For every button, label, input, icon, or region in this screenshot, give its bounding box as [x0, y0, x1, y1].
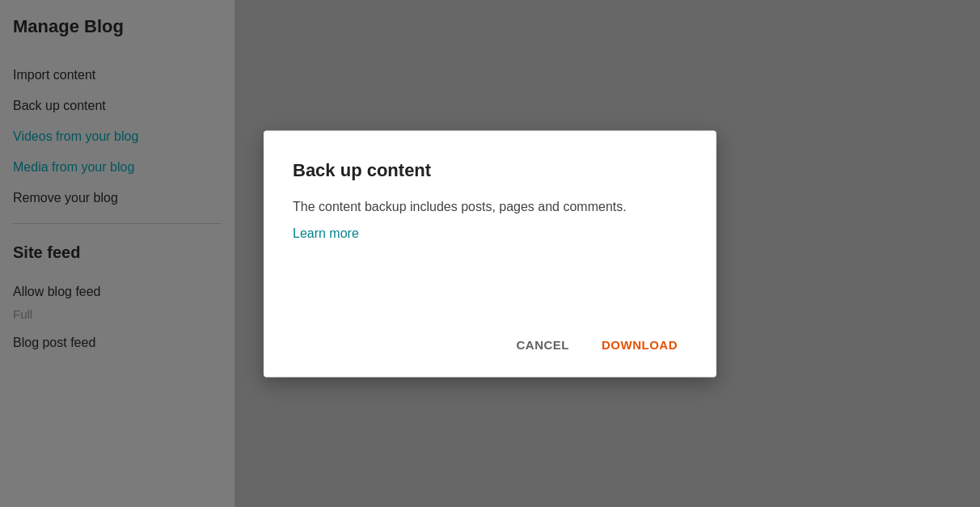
dialog-backup-content: Back up content The content backup inclu…	[264, 130, 716, 377]
dialog-body-text: The content backup includes posts, pages…	[293, 196, 687, 216]
learn-more-link[interactable]: Learn more	[293, 226, 687, 240]
dialog-actions: CANCEL DOWNLOAD	[293, 321, 687, 357]
cancel-button[interactable]: CANCEL	[507, 331, 580, 357]
dialog-title: Back up content	[293, 159, 687, 180]
download-button[interactable]: DOWNLOAD	[592, 331, 687, 357]
